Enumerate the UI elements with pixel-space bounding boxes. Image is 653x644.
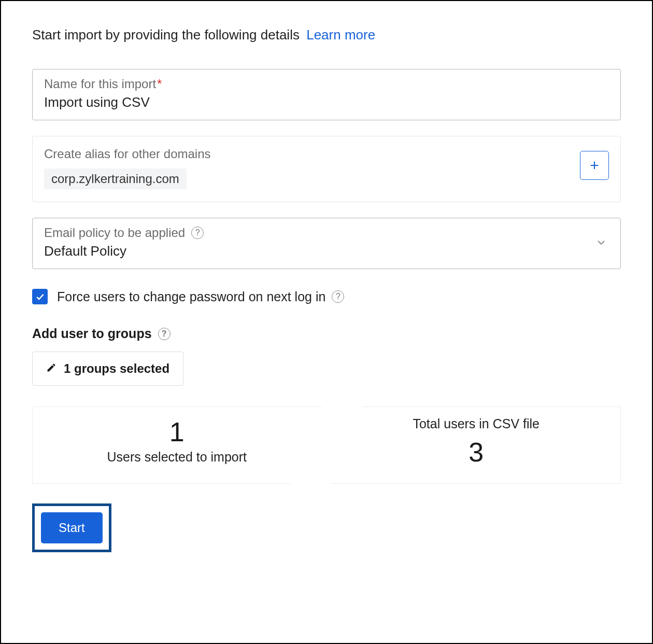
add-to-groups-text: Add user to groups: [32, 326, 152, 341]
force-password-checkbox[interactable]: [32, 289, 48, 304]
alias-domain-chip[interactable]: corp.zylkertraining.com: [44, 169, 187, 189]
email-policy-select[interactable]: Email policy to be applied ? Default Pol…: [32, 218, 621, 269]
stats-row: 1 Users selected to import Total users i…: [32, 407, 621, 484]
intro-text: Start import by providing the following …: [32, 27, 621, 43]
import-name-field[interactable]: Name for this import*: [32, 69, 621, 120]
total-users-count: 3: [343, 437, 611, 468]
help-icon[interactable]: ?: [191, 227, 204, 239]
users-selected-label: Users selected to import: [43, 450, 311, 465]
learn-more-link[interactable]: Learn more: [306, 27, 375, 43]
email-policy-value: Default Policy: [44, 243, 609, 259]
groups-selected-button[interactable]: 1 groups selected: [32, 352, 183, 386]
add-alias-button[interactable]: +: [580, 151, 609, 180]
users-selected-count: 1: [43, 416, 311, 447]
force-password-row: Force users to change password on next l…: [32, 289, 621, 304]
import-name-input[interactable]: [44, 94, 609, 110]
alias-label: Create alias for other domains: [44, 147, 580, 161]
email-policy-label: Email policy to be applied ?: [44, 226, 609, 240]
total-users-label: Total users in CSV file: [343, 416, 611, 431]
required-asterisk: *: [157, 77, 162, 91]
email-policy-label-text: Email policy to be applied: [44, 226, 185, 240]
intro-description: Start import by providing the following …: [32, 27, 300, 43]
help-icon[interactable]: ?: [158, 328, 171, 340]
start-button-highlight: Start: [32, 503, 111, 552]
import-name-label-text: Name for this import: [44, 77, 156, 91]
alias-section: Create alias for other domains corp.zylk…: [32, 136, 621, 202]
import-name-label: Name for this import*: [44, 77, 609, 91]
force-password-label: Force users to change password on next l…: [57, 289, 344, 304]
total-users-card: Total users in CSV file 3: [332, 407, 621, 484]
import-panel: Start import by providing the following …: [0, 0, 653, 644]
chevron-down-icon: [595, 237, 607, 250]
start-button[interactable]: Start: [41, 512, 103, 543]
force-password-label-text: Force users to change password on next l…: [57, 289, 325, 304]
users-selected-card: 1 Users selected to import: [32, 407, 322, 484]
plus-icon: +: [590, 158, 599, 173]
groups-selected-label: 1 groups selected: [64, 361, 169, 376]
help-icon[interactable]: ?: [332, 290, 344, 303]
add-to-groups-label: Add user to groups ?: [32, 326, 621, 341]
pencil-icon: [46, 361, 56, 376]
